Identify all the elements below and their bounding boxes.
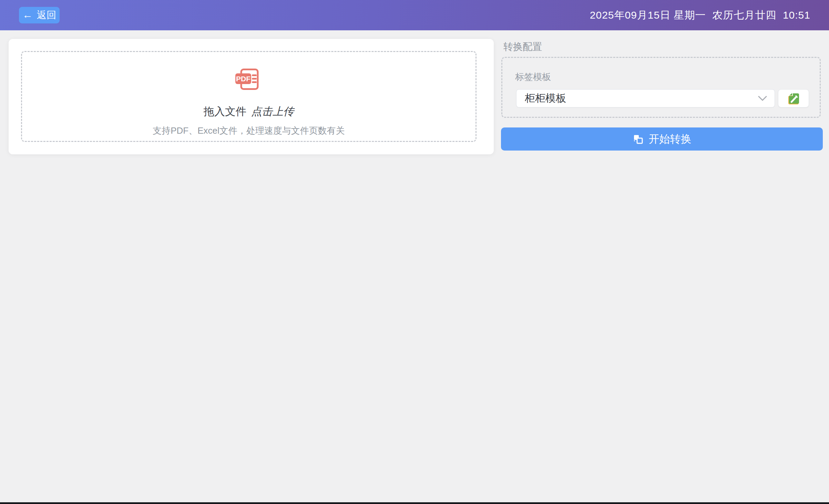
header-datetime: 2025年09月15日 星期一 农历七月廿四 10:51 — [590, 8, 810, 22]
file-drop-zone[interactable]: PDF 拖入文件 点击上传 支持PDF、Excel文件，处理速度与文件页数有关 — [21, 51, 477, 142]
pdf-badge-label: PDF — [236, 75, 250, 83]
config-box: 标签模板 柜柜模板 — [501, 57, 821, 118]
back-button-label: 返回 — [37, 9, 56, 22]
drop-zone-hint: 支持PDF、Excel文件，处理速度与文件页数有关 — [153, 125, 345, 137]
edit-template-button[interactable] — [778, 89, 809, 107]
pdf-file-icon: PDF — [235, 69, 262, 90]
bottom-edge-bar — [0, 502, 829, 504]
drop-title-main: 拖入文件 — [204, 104, 246, 119]
app-root: ← 返回 2025年09月15日 星期一 农历七月廿四 10:51 PDF — [0, 0, 829, 504]
drop-title-action: 点击上传 — [251, 104, 294, 119]
template-select[interactable]: 柜柜模板 — [516, 89, 775, 107]
chevron-down-icon — [758, 96, 767, 101]
upload-card: PDF 拖入文件 点击上传 支持PDF、Excel文件，处理速度与文件页数有关 — [9, 39, 494, 154]
back-button[interactable]: ← 返回 — [19, 7, 60, 23]
edit-document-icon — [787, 92, 800, 105]
start-conversion-label: 开始转换 — [649, 132, 692, 146]
template-select-value: 柜柜模板 — [525, 91, 566, 105]
config-section-title: 转换配置 — [503, 40, 542, 53]
drop-zone-title: 拖入文件 点击上传 — [204, 104, 294, 119]
header-bar: ← 返回 2025年09月15日 星期一 农历七月廿四 10:51 — [0, 0, 829, 30]
start-conversion-button[interactable]: 开始转换 — [501, 127, 823, 151]
arrow-left-icon: ← — [22, 10, 33, 20]
template-label: 标签模板 — [515, 71, 551, 83]
copy-document-icon — [633, 134, 644, 145]
